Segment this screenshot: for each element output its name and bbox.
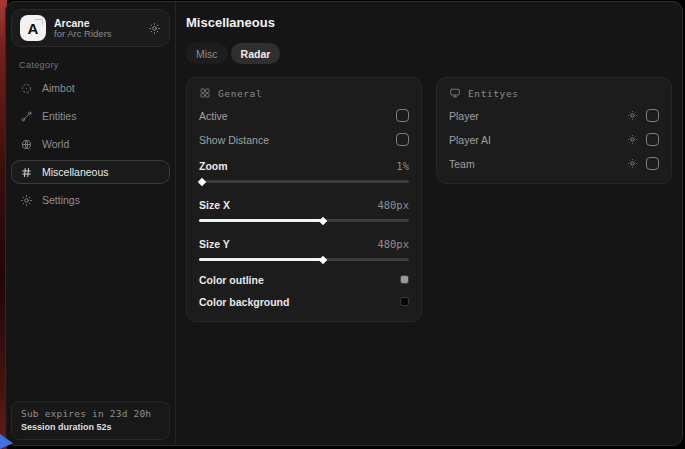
sidebar-item-label: Settings [42,194,80,206]
general-card: General Active Show Distance Zoom 1% [186,77,422,322]
sidebar-item-label: World [42,138,69,150]
slider-thumb[interactable] [198,177,206,185]
entities-card-title: Entityes [468,88,519,99]
sidebar: A Arcane for Arc Riders Category [6,2,176,445]
category-label: Category [19,60,175,70]
show-distance-checkbox[interactable] [396,133,409,146]
page-title: Miscellaneous [186,15,672,30]
tab-radar[interactable]: Radar [231,43,281,64]
zoom-value: 1% [396,160,409,172]
show-distance-row: Show Distance [199,132,409,147]
player-ai-row: Player AI [449,132,659,147]
size-y-row: Size Y 480px [199,236,409,251]
player-label: Player [449,110,479,122]
size-x-row: Size X 480px [199,197,409,212]
subscription-status-card: Sub expires in 23d 20h Session duration … [11,401,170,440]
sidebar-item-label: Entities [42,110,76,122]
slider-thumb[interactable] [319,216,327,224]
sidebar-item-label: Aimbot [42,82,75,94]
size-x-slider[interactable] [199,216,409,225]
player-ai-controls [627,133,659,146]
slider-track [199,180,409,183]
cards-row: General Active Show Distance Zoom 1% [186,77,672,322]
sidebar-item-world[interactable]: World [11,132,170,156]
color-background-row: Color background [199,294,409,309]
size-y-label: Size Y [199,238,230,250]
slider-fill [199,219,323,222]
color-outline-row: Color outline [199,272,409,287]
active-label: Active [199,110,228,122]
player-ai-checkbox[interactable] [646,133,659,146]
player-controls [627,109,659,122]
gear-icon [20,194,33,207]
slider-fill [199,180,202,183]
entities-card: Entityes Player P [436,77,672,184]
sidebar-item-label: Miscellaneous [42,166,109,178]
color-background-swatch[interactable] [400,297,409,306]
tab-misc[interactable]: Misc [186,43,228,64]
brand-text: Arcane for Arc Riders [54,17,140,40]
active-checkbox[interactable] [396,109,409,122]
active-row: Active [199,108,409,123]
size-x-value: 480px [377,199,409,211]
globe-icon [20,138,33,151]
sidebar-item-entities[interactable]: Entities [11,104,170,128]
session-duration-text: Session duration 52s [21,422,160,432]
sidebar-nav: Aimbot Entities [6,76,175,212]
tabbar: Misc Radar [186,43,672,64]
player-row: Player [449,108,659,123]
route-icon [20,110,33,123]
brand-subtitle: for Arc Riders [54,29,140,40]
zoom-row: Zoom 1% [199,158,409,173]
color-outline-label: Color outline [199,274,264,286]
gear-icon[interactable] [627,134,638,145]
slider-thumb[interactable] [319,255,327,263]
color-outline-swatch[interactable] [400,275,409,284]
gear-icon[interactable] [627,110,638,121]
sidebar-item-settings[interactable]: Settings [11,188,170,212]
sub-expires-text: Sub expires in 23d 20h [21,408,160,419]
team-label: Team [449,158,475,170]
app-window: A Arcane for Arc Riders Category [5,1,683,446]
sidebar-item-aimbot[interactable]: Aimbot [11,76,170,100]
gear-icon[interactable] [148,22,161,35]
brand-title: Arcane [54,17,140,29]
hash-grid-icon [20,166,33,179]
size-x-label: Size X [199,199,230,211]
slider-fill [199,258,323,261]
sidebar-item-miscellaneous[interactable]: Miscellaneous [11,160,170,184]
zoom-slider[interactable] [199,177,409,186]
main-panel: Miscellaneous Misc Radar Gene [176,2,683,445]
general-card-header: General [199,87,409,99]
size-y-slider[interactable] [199,255,409,264]
brand-card: A Arcane for Arc Riders [11,9,170,47]
entities-card-header: Entityes [449,87,659,99]
zoom-label: Zoom [199,160,228,172]
size-y-value: 480px [377,238,409,250]
gear-icon[interactable] [627,158,638,169]
monitor-icon [449,87,461,99]
layout-grid-icon [199,87,211,99]
crosshair-icon [20,82,33,95]
color-background-label: Color background [199,296,289,308]
team-checkbox[interactable] [646,157,659,170]
show-distance-label: Show Distance [199,134,269,146]
general-card-title: General [218,88,262,99]
team-controls [627,157,659,170]
team-row: Team [449,156,659,171]
player-checkbox[interactable] [646,109,659,122]
brand-logo: A [20,15,46,41]
player-ai-label: Player AI [449,134,491,146]
